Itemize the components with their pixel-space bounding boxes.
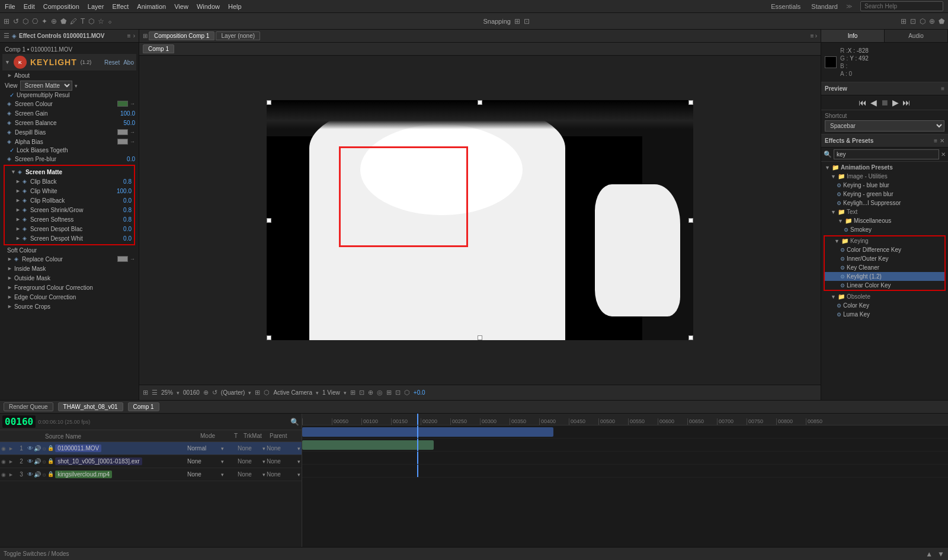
preview-prev-btn[interactable]: ◀ <box>870 98 877 107</box>
screen-matte-arrow[interactable]: ▼ <box>11 169 16 175</box>
viewer-icon3[interactable]: ⊞ <box>255 389 260 396</box>
solo-icon-3[interactable]: ◉ <box>1 472 7 478</box>
layer-mode-arrow-3[interactable]: ▾ <box>221 472 227 478</box>
viewer-icon9[interactable]: ⊞ <box>386 389 392 396</box>
handle-mid-left[interactable] <box>267 218 271 223</box>
tree-text-section[interactable]: ▼ 📁 Text <box>821 207 948 216</box>
camera-arrow[interactable]: ▾ <box>316 390 319 396</box>
handle-top-right[interactable] <box>688 100 693 105</box>
despot-white-expand[interactable]: ► <box>15 235 21 241</box>
viewer-icon1[interactable]: ⊕ <box>203 389 209 396</box>
inside-mask-arrow[interactable]: ► <box>7 265 12 271</box>
despill-arrow[interactable]: → <box>130 129 135 135</box>
despill-swatch[interactable] <box>117 129 128 135</box>
effects-close-icon[interactable]: ✕ <box>940 137 944 144</box>
layer-mode-arrow-1[interactable]: ▾ <box>221 446 227 452</box>
layer-trkmat-arrow-2[interactable]: ▾ <box>262 459 265 465</box>
solo-icon-1[interactable]: ◉ <box>1 446 7 452</box>
lock-icon-1[interactable]: 🔒 <box>47 445 54 452</box>
viewer-icon5[interactable]: ⊞ <box>350 389 356 396</box>
comp-subtab-comp1[interactable]: Comp 1 <box>143 44 174 53</box>
tab-thaw-shot[interactable]: THAW_shot_08_v01 <box>58 402 123 411</box>
audio-icon-2[interactable]: 🔊 <box>34 458 41 465</box>
screen-soft-value[interactable]: 0.8 <box>108 216 132 223</box>
tree-luma-key[interactable]: ⚙ Luma Key <box>821 310 948 319</box>
tab-info[interactable]: Info <box>821 30 885 42</box>
screen-shrink-value[interactable]: 0.8 <box>108 207 132 213</box>
viewer-icon8[interactable]: ◎ <box>377 389 383 396</box>
tree-keying-green[interactable]: ⚙ Keying - green blur <box>821 190 948 199</box>
tree-smokey[interactable]: ⚙ Smokey <box>821 225 948 234</box>
tree-keying-section[interactable]: ▼ 📁 Keying <box>825 236 944 245</box>
clip-rollback-expand[interactable]: ► <box>15 197 21 203</box>
standard-btn[interactable]: Standard <box>811 3 838 10</box>
menu-effect[interactable]: Effect <box>112 3 129 10</box>
audio-icon-3[interactable]: 🔊 <box>34 471 41 478</box>
tree-color-diff-key[interactable]: ⚙ Color Difference Key <box>825 245 944 254</box>
effects-search-input[interactable] <box>834 149 939 159</box>
audio-icon-1[interactable]: 🔊 <box>34 445 41 452</box>
tree-keylight-suppressor[interactable]: ⚙ Keyligh...l Suppressor <box>821 199 948 207</box>
viewer-icon6[interactable]: ⊡ <box>359 389 364 396</box>
tree-miscellaneous[interactable]: ▼ 📁 Miscellaneous <box>821 216 948 225</box>
layer-mode-1[interactable]: Normal <box>187 445 220 452</box>
solo-btn-3[interactable]: ☼ <box>41 471 47 478</box>
clip-white-value[interactable]: 100.0 <box>108 188 132 194</box>
zoom-arrow[interactable]: ▾ <box>177 390 180 396</box>
tree-keylight-12[interactable]: ⚙ Keylight (1.2) <box>825 272 944 281</box>
panel-arrow-icon[interactable]: › <box>133 33 135 39</box>
layer-mode-arrow-2[interactable]: ▾ <box>221 459 227 465</box>
viewer-icon11[interactable]: ⬡ <box>404 389 410 396</box>
tl-search-icon[interactable]: 🔍 <box>290 418 299 426</box>
lock-icon-3[interactable]: 🔒 <box>47 471 54 478</box>
tree-image-utilities[interactable]: ▼ 📁 Image - Utilities <box>821 172 948 181</box>
menu-file[interactable]: File <box>5 3 15 10</box>
replace-colour-expand[interactable]: ► <box>7 256 12 262</box>
screen-shrink-expand[interactable]: ► <box>15 207 21 213</box>
layer-mode-3[interactable]: None <box>187 471 220 478</box>
about-button[interactable]: Abo <box>123 59 134 66</box>
layer-trkmat-arrow-1[interactable]: ▾ <box>262 446 265 452</box>
viewer-icon2[interactable]: ↺ <box>212 389 217 396</box>
layer-parent-arrow-3[interactable]: ▾ <box>297 472 300 478</box>
view-select[interactable]: Screen Matte <box>20 81 72 91</box>
screen-colour-swatch[interactable] <box>117 101 128 107</box>
comp-tabs-menu[interactable]: ≡ <box>811 33 814 39</box>
expand-icon-1[interactable]: ► <box>8 446 15 452</box>
tree-key-cleaner[interactable]: ⚙ Key Cleaner <box>825 263 944 272</box>
visibility-icon-3[interactable]: 👁 <box>27 471 33 478</box>
about-arrow[interactable]: ► <box>7 72 12 78</box>
tree-obsolete-section[interactable]: ▼ 📁 Obsolete <box>821 292 948 301</box>
layer-parent-arrow-1[interactable]: ▾ <box>297 446 300 452</box>
layer-parent-arrow-2[interactable]: ▾ <box>297 459 300 465</box>
despot-black-value[interactable]: 0.0 <box>108 226 132 232</box>
tl-zoom-out[interactable]: ▼ <box>937 550 944 558</box>
handle-bottom-right[interactable] <box>688 335 693 340</box>
layer-trkmat-arrow-3[interactable]: ▾ <box>262 472 265 478</box>
tree-keying-blue[interactable]: ⚙ Keying - blue blur <box>821 181 948 190</box>
tab-composition-comp1[interactable]: Composition Comp 1 <box>149 31 214 40</box>
screen-gain-value[interactable]: 100.0 <box>111 110 135 117</box>
time-display[interactable]: 00160 <box>2 415 36 428</box>
visibility-icon-2[interactable]: 👁 <box>27 458 33 465</box>
solo-icon-2[interactable]: ◉ <box>1 459 7 465</box>
viewer-grid-icon[interactable]: ⊞ <box>143 389 148 396</box>
preview-last-btn[interactable]: ⏭ <box>902 98 911 107</box>
viewer-icon4[interactable]: ⬡ <box>264 389 270 396</box>
quality-arrow[interactable]: ▾ <box>248 390 251 396</box>
edge-arrow[interactable]: ► <box>7 294 12 300</box>
view-chevron[interactable]: ▾ <box>75 83 78 89</box>
handle-bottom-left[interactable] <box>267 335 271 340</box>
expand-icon-2[interactable]: ► <box>8 459 15 465</box>
essentials-btn[interactable]: Essentials <box>771 3 800 10</box>
clip-rollback-value[interactable]: 0.0 <box>108 197 132 204</box>
handle-bottom-mid[interactable] <box>478 335 482 340</box>
visibility-icon-1[interactable]: 👁 <box>27 445 33 452</box>
lock-icon-2[interactable]: 🔒 <box>47 458 54 465</box>
effects-menu-icon[interactable]: ≡ <box>934 137 937 144</box>
tab-render-queue[interactable]: Render Queue <box>4 402 53 411</box>
replace-colour-swatch[interactable] <box>117 256 128 262</box>
outside-mask-arrow[interactable]: ► <box>7 275 12 281</box>
alpha-arrow[interactable]: → <box>130 139 135 145</box>
expand-icon-3[interactable]: ► <box>8 472 15 478</box>
